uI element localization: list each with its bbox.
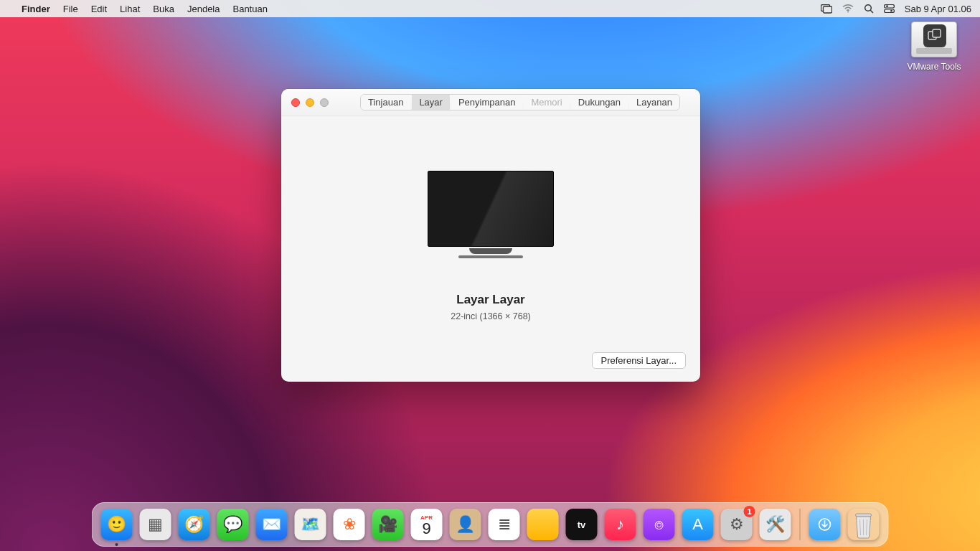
tab-display[interactable]: Layar [412, 95, 450, 110]
dock-separator [800, 509, 801, 540]
dock-app-contacts[interactable]: 👤 [450, 509, 481, 540]
desktop-icon-label: VMware Tools [900, 62, 969, 72]
about-this-mac-window: Tinjauan Layar Penyimpanan Memori Dukung… [281, 89, 700, 382]
tab-overview[interactable]: Tinjauan [361, 95, 410, 110]
dock-app-settings[interactable]: ⚙︎1 [721, 509, 753, 540]
svg-point-8 [890, 10, 892, 12]
window-titlebar[interactable]: Tinjauan Layar Penyimpanan Memori Dukung… [281, 89, 700, 116]
menu-window[interactable]: Jendela [187, 4, 220, 14]
svg-rect-5 [884, 5, 894, 9]
dock-app-podcasts[interactable]: ⌾ [644, 509, 675, 540]
desktop-icon-vmware-tools[interactable]: VMware Tools [900, 22, 969, 72]
menu-clock[interactable]: Sab 9 Apr 01.06 [905, 4, 971, 14]
disk-icon [911, 22, 957, 57]
dock-app-mail[interactable]: ✉️ [256, 509, 288, 540]
vmware-badge-icon [923, 24, 946, 47]
running-indicator-icon [116, 543, 118, 546]
window-close-button[interactable] [291, 98, 300, 107]
dock-app-safari[interactable]: 🧭 [179, 509, 210, 540]
display-preferences-button[interactable]: Preferensi Layar... [592, 352, 687, 369]
display-stand-icon [469, 248, 512, 254]
menu-go[interactable]: Buka [153, 4, 174, 14]
badge-icon: 1 [744, 506, 755, 517]
svg-line-4 [870, 10, 873, 13]
dock-app-notes[interactable] [527, 509, 559, 540]
svg-point-2 [847, 11, 849, 13]
svg-rect-7 [884, 9, 894, 13]
dock-app-calendar[interactable]: APR9 [411, 509, 443, 540]
menu-view[interactable]: Lihat [120, 4, 140, 14]
tab-support[interactable]: Dukungan [571, 95, 628, 110]
display-name-label: Layar Layar [456, 293, 524, 307]
menu-bar: Finder File Edit Lihat Buka Jendela Bant… [0, 0, 980, 17]
menu-file[interactable]: File [63, 4, 78, 14]
dock-trash[interactable] [848, 509, 880, 540]
control-center-icon[interactable] [884, 4, 895, 13]
dock: 🙂▦🧭💬✉️🗺️❀🎥APR9👤≣tv♪⌾A⚙︎1🛠️ [92, 502, 889, 547]
window-zoom-button [320, 98, 329, 107]
dock-app-utility[interactable]: 🛠️ [760, 509, 791, 540]
svg-point-3 [864, 5, 871, 11]
svg-point-6 [886, 5, 888, 7]
screen-mirroring-icon[interactable] [821, 4, 832, 14]
dock-app-reminders[interactable]: ≣ [489, 509, 520, 540]
wifi-icon[interactable] [842, 4, 854, 13]
display-resolution-label: 22-inci (980 × 551) [451, 311, 531, 321]
svg-rect-12 [856, 514, 872, 517]
tab-service[interactable]: Layanan [629, 95, 679, 110]
tab-storage[interactable]: Penyimpanan [451, 95, 523, 110]
menu-help[interactable]: Bantuan [232, 4, 267, 14]
app-menu[interactable]: Finder [22, 4, 50, 14]
dock-downloads[interactable] [809, 509, 841, 540]
dock-app-photos[interactable]: ❀ [334, 509, 365, 540]
dock-app-launchpad[interactable]: ▦ [140, 509, 171, 540]
display-base-icon [458, 255, 523, 258]
spotlight-icon[interactable] [864, 4, 874, 14]
dock-app-tv[interactable]: tv [566, 509, 598, 540]
dock-app-facetime[interactable]: 🎥 [372, 509, 404, 540]
menu-edit[interactable]: Edit [91, 4, 107, 14]
dock-app-finder[interactable]: 🙂 [101, 509, 133, 540]
display-thumbnail-icon [428, 171, 554, 247]
dock-app-messages[interactable]: 💬 [217, 509, 249, 540]
window-tabbar: Tinjauan Layar Penyimpanan Memori Dukung… [360, 94, 680, 110]
dock-app-maps[interactable]: 🗺️ [295, 509, 326, 540]
svg-rect-1 [823, 6, 831, 13]
dock-app-music[interactable]: ♪ [605, 509, 636, 540]
window-minimize-button[interactable] [306, 98, 314, 107]
dock-app-appstore[interactable]: A [682, 509, 714, 540]
svg-rect-10 [933, 29, 941, 37]
tab-memory[interactable]: Memori [524, 95, 569, 110]
